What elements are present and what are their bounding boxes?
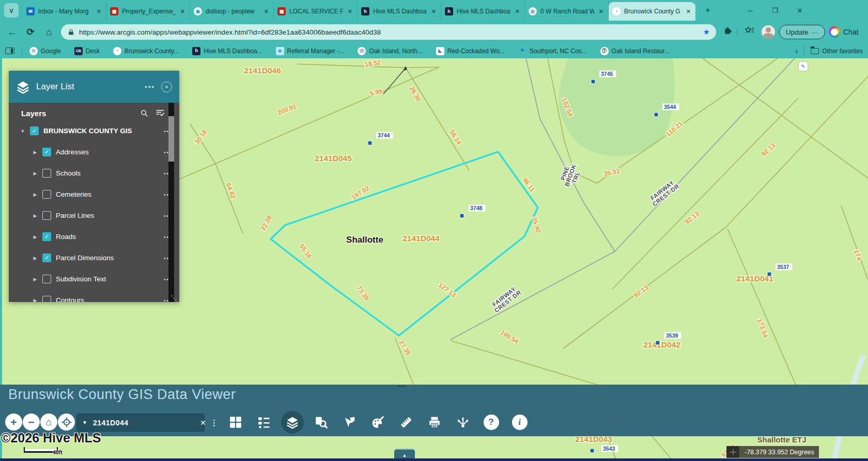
tab-close-icon[interactable]: ✕ (598, 8, 605, 15)
zoom-out-button[interactable]: − (23, 414, 40, 431)
browser-tab[interactable]: ▤LOCAL SERVICE PR✕ (274, 2, 358, 21)
restore-button[interactable]: ❐ (763, 0, 787, 21)
layer-checkbox[interactable] (42, 296, 51, 302)
layer-checkbox[interactable]: ✓ (42, 232, 51, 241)
select-button[interactable] (335, 411, 363, 434)
bookmarks-overflow-icon[interactable]: › (795, 46, 798, 55)
tab-close-icon[interactable]: ✕ (96, 8, 102, 15)
layer-checkbox[interactable]: ✓ (30, 126, 39, 135)
bookmark-item[interactable]: hHive MLS Dashboa... (192, 47, 262, 55)
panel-scrollbar[interactable] (168, 103, 174, 302)
layer-label[interactable]: Contours (56, 296, 159, 302)
layer-filter-icon[interactable] (156, 108, 165, 118)
crosshair-icon[interactable] (726, 446, 740, 458)
layer-checkbox[interactable] (42, 275, 51, 283)
attribute-search-button[interactable] (306, 411, 335, 434)
panel-more-icon[interactable]: ••• (145, 83, 155, 91)
layer-checkbox[interactable] (42, 169, 51, 178)
tab-close-icon[interactable]: ✕ (263, 8, 270, 15)
layer-label[interactable]: Cemeteries (56, 190, 159, 198)
tab-search-button[interactable]: ∨ (4, 3, 19, 18)
expand-caret-icon[interactable]: ▶ (33, 298, 38, 303)
update-button[interactable]: Update··· (779, 25, 825, 39)
bookmark-item[interactable]: ⒾOak Island Restaur... (600, 47, 670, 55)
search-input[interactable] (92, 418, 195, 427)
home-icon[interactable]: ⌂ (43, 26, 55, 38)
expand-caret-icon[interactable]: ▶ (33, 192, 38, 197)
search-source-dropdown-icon[interactable]: ▼ (82, 420, 87, 425)
layer-label[interactable]: Addresses (56, 148, 159, 156)
map-edit-icon[interactable]: ✎ (799, 62, 808, 71)
browser-tab[interactable]: ✉Inbox - Mary Morg✕ (23, 2, 106, 21)
expand-caret-icon[interactable]: ▶ (33, 213, 38, 218)
expand-caret-icon[interactable]: ▶ (33, 171, 38, 176)
tab-close-icon[interactable]: ✕ (430, 8, 437, 15)
home-extent-button[interactable]: ⌂ (40, 414, 57, 431)
layer-label[interactable]: Roads (56, 233, 159, 241)
sidebar-panel-icon[interactable] (5, 47, 14, 54)
browser-tab[interactable]: ◉dotloop - peoplew✕ (190, 2, 274, 21)
layer-search-icon[interactable] (140, 109, 149, 118)
panel-close-icon[interactable]: ✕ (161, 82, 172, 92)
extensions-icon[interactable] (723, 25, 733, 36)
copilot-chat-button[interactable]: Chat (829, 26, 859, 38)
bookmark-item[interactable]: ◔Brunswick County... (113, 47, 179, 55)
layer-label[interactable]: Parcel Dimensions (56, 254, 159, 262)
map-more-handle[interactable]: ••• (398, 384, 407, 389)
browser-tab[interactable]: hHive MLS Dashboa✕ (441, 2, 525, 21)
layer-checkbox[interactable] (42, 211, 51, 220)
close-button[interactable]: ✕ (787, 0, 812, 21)
profile-avatar[interactable] (762, 25, 775, 39)
tab-close-icon[interactable]: ✕ (514, 8, 521, 15)
expand-caret-icon[interactable]: ▶ (33, 234, 38, 240)
collapse-caret-icon[interactable]: ▼ (20, 129, 25, 134)
browser-tab[interactable]: hHive MLS Dashboa✕ (358, 2, 441, 21)
help-button[interactable]: ? (477, 411, 505, 434)
expand-caret-icon[interactable]: ▶ (33, 277, 38, 282)
url-field[interactable]: https://www.arcgis.com/apps/webappviewer… (61, 24, 716, 40)
browser-tab[interactable]: ◍0 W Ranch Road W✕ (525, 2, 609, 21)
minimize-button[interactable]: ─ (738, 0, 763, 21)
back-icon[interactable]: ← (6, 26, 18, 38)
layer-label[interactable]: Parcel Lines (56, 212, 159, 219)
tab-close-icon[interactable]: ✕ (685, 8, 692, 15)
panel-resize-handle[interactable]: ⋱ (171, 294, 177, 301)
layer-checkbox[interactable]: ✓ (42, 148, 51, 156)
more-tools-icon[interactable]: ⋮ (210, 414, 218, 432)
bookmark-item[interactable]: GGoogle (29, 47, 61, 55)
browser-tab[interactable]: ▤Property_Expense_a✕ (106, 2, 190, 21)
layer-label[interactable]: BRUNSWICK COUNTY GIS (43, 127, 159, 135)
other-favorites-button[interactable]: Other favorites (811, 47, 863, 55)
zoom-in-button[interactable]: + (5, 414, 22, 431)
layer-row: ▶Subdivision Text••• (9, 268, 179, 290)
measure-button[interactable] (392, 411, 420, 434)
bookmark-item[interactable]: ◆Referral Manager -... (276, 47, 345, 55)
search-clear-icon[interactable]: ✕ (200, 419, 206, 427)
draw-button[interactable] (363, 411, 392, 434)
print-button[interactable] (420, 411, 448, 434)
favorites-icon[interactable] (744, 25, 755, 37)
bookmark-star-icon[interactable]: ★ (703, 27, 710, 37)
legend-button[interactable] (250, 411, 278, 434)
layer-list-button[interactable] (278, 411, 306, 434)
layer-label[interactable]: Schools (56, 169, 159, 177)
tab-close-icon[interactable]: ✕ (179, 8, 186, 15)
bookmark-item[interactable]: ⚑Southport, NC Cos... (518, 47, 587, 55)
layer-checkbox[interactable]: ✓ (42, 253, 51, 262)
bookmark-item[interactable]: CBDesk (74, 47, 100, 55)
refresh-icon[interactable]: ⟳ (25, 26, 36, 38)
folder-icon (811, 48, 819, 54)
bookmark-item[interactable]: ◣Red-Cockaded Wo... (436, 47, 505, 55)
tab-close-icon[interactable]: ✕ (347, 8, 353, 15)
share-button[interactable] (448, 411, 477, 434)
about-button[interactable]: i (505, 411, 534, 434)
basemap-gallery-button[interactable] (221, 411, 250, 434)
expand-caret-icon[interactable]: ▶ (33, 256, 38, 261)
my-location-button[interactable] (58, 414, 75, 431)
layer-label[interactable]: Subdivision Text (56, 275, 159, 283)
layer-checkbox[interactable] (42, 190, 51, 199)
expand-caret-icon[interactable]: ▶ (33, 150, 38, 155)
browser-tab-active[interactable]: ◔Brunswick County G✕ (609, 2, 695, 21)
bookmark-item[interactable]: @Oak Island, North... (358, 47, 422, 55)
new-tab-button[interactable]: + (702, 4, 714, 17)
